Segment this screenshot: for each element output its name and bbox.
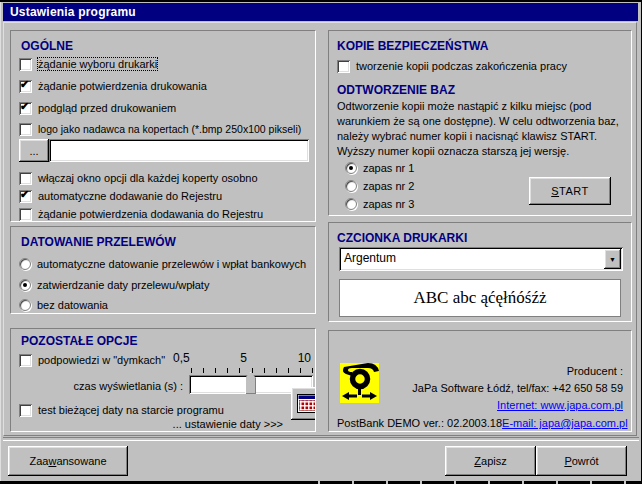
font-select[interactable]: Argentum ▼ <box>339 247 623 271</box>
group-dating: DATOWANIE PRZELEWÓW automatyczne datowan… <box>10 226 316 314</box>
checkbox-row-print-preview[interactable]: podgląd przed drukowaniem <box>19 101 176 115</box>
font-select-dropdown-button[interactable]: ▼ <box>604 249 621 269</box>
browse-button[interactable]: ... <box>19 139 49 162</box>
checkbox-row-envelope-logo[interactable]: logo jako nadawca na kopertach (*.bmp 25… <box>19 122 301 136</box>
radio-button[interactable] <box>19 299 31 311</box>
version-text: PostBank DEMO ver.: 02.2003.18 <box>337 417 502 429</box>
radio-row-no-dating[interactable]: bez datowania <box>19 298 108 312</box>
checkbox[interactable] <box>19 404 32 417</box>
checkbox-row-print-confirm[interactable]: żądanie potwierdzenia drukowania <box>19 79 207 93</box>
save-button-mnemonic: Z <box>474 455 481 467</box>
group-font-heading: CZCIONKA DRUKARKI <box>337 231 467 245</box>
checkbox-label[interactable]: podgląd przed drukowaniem <box>38 102 176 114</box>
calendar-icon <box>297 394 317 413</box>
checkbox-label[interactable]: żądanie potwierdzenia dodawania do Rejes… <box>38 208 263 220</box>
email-link[interactable]: E-mail: japa@japa.com.pl <box>502 417 628 429</box>
radio-label[interactable]: zapas nr 1 <box>363 162 414 174</box>
checkbox-label[interactable]: włączaj okno opcji dla każdej koperty os… <box>38 172 258 184</box>
checkbox-label[interactable]: tworzenie kopii podczas zakończenia prac… <box>356 60 567 72</box>
chevron-down-icon: ▼ <box>609 256 616 263</box>
advanced-button[interactable]: Zaawansowane <box>8 446 128 476</box>
group-misc-heading: POZOSTAŁE OPCJE <box>21 334 137 348</box>
checkbox[interactable] <box>19 190 32 203</box>
version-line: PostBank DEMO ver.: 02.2003.18 E-mail: j… <box>337 417 623 429</box>
advanced-button-label-rest: ansowane <box>56 455 106 467</box>
checkbox-label[interactable]: żądanie potwierdzenia drukowania <box>38 80 207 92</box>
checkbox-label[interactable]: test bieżącej daty na starcie programu <box>38 404 224 416</box>
checkbox[interactable] <box>337 60 350 73</box>
checkbox-row-register-confirm[interactable]: żądanie potwierdzenia dodawania do Rejes… <box>19 207 263 221</box>
checkbox-label[interactable]: automatyczne dodawanie do Rejestru <box>38 190 222 202</box>
slider-ticks <box>191 368 313 373</box>
radio-label[interactable]: zapas nr 3 <box>363 198 414 210</box>
radio-button[interactable] <box>19 258 31 270</box>
producer-label: Producent : <box>567 365 623 377</box>
checkbox[interactable] <box>19 80 32 93</box>
checkbox[interactable] <box>19 58 32 71</box>
radio-row-backup-1[interactable]: zapas nr 1 <box>345 161 414 175</box>
internet-link[interactable]: Internet: www.japa.com.pl <box>497 399 623 411</box>
internet-link-line: Internet: www.japa.com.pl <box>497 399 623 411</box>
radio-button[interactable] <box>345 180 357 192</box>
checkbox-row-date-test[interactable]: test bieżącej daty na starcie programu <box>19 403 224 417</box>
group-backup-heading: KOPIE BEZPIECZEŃSTWA <box>337 39 488 53</box>
logo-path-input[interactable] <box>49 139 309 162</box>
group-general: OGÓLNE żądanie wyboru drukarki żądanie p… <box>10 30 316 222</box>
group-dating-heading: DATOWANIE PRZELEWÓW <box>21 235 176 249</box>
settings-window: Ustawienia programu OGÓLNE żądanie wybor… <box>0 0 642 484</box>
font-select-value: Argentum <box>344 251 396 265</box>
restore-heading: ODTWORZENIE BAZ <box>337 83 455 97</box>
duration-label: czas wyświetlania (s) : <box>51 380 183 392</box>
scale-max-label: 10 <box>298 351 311 365</box>
radio-button[interactable] <box>19 279 31 291</box>
back-button[interactable]: Powrót <box>536 446 627 476</box>
scale-min-label: 0,5 <box>173 351 190 365</box>
radio-label[interactable]: zatwierdzanie daty przelewu/wpłaty <box>37 279 209 291</box>
save-button[interactable]: Zapisz <box>445 446 536 476</box>
start-button-mnemonic: S <box>551 185 559 197</box>
group-about: Producent : JaPa Software Łódź, tel/fax:… <box>328 330 632 432</box>
checkbox[interactable] <box>19 172 32 185</box>
back-button-mnemonic: P <box>564 455 571 467</box>
company-line: JaPa Software Łódź, tel/fax: +42 650 58 … <box>412 382 623 394</box>
checkbox[interactable] <box>19 208 32 221</box>
start-button[interactable]: START <box>529 177 611 205</box>
checkbox[interactable] <box>19 102 32 115</box>
checkbox-label[interactable]: logo jako nadawca na kopertach (*.bmp 25… <box>38 123 301 135</box>
slider-thumb[interactable] <box>245 372 256 394</box>
checkbox-row-envelope-options[interactable]: włączaj okno opcji dla każdej koperty os… <box>19 171 258 185</box>
radio-row-confirm-date[interactable]: zatwierdzanie daty przelewu/wpłaty <box>19 278 209 292</box>
set-date-button[interactable] <box>291 387 316 420</box>
radio-button[interactable] <box>345 198 357 210</box>
radio-row-backup-3[interactable]: zapas nr 3 <box>345 197 414 211</box>
checkbox-row-backup-on-exit[interactable]: tworzenie kopii podczas zakończenia prac… <box>337 59 567 73</box>
window-top-edge <box>0 0 642 2</box>
group-misc: POZOSTAŁE OPCJE podpowiedzi w "dymkach" … <box>10 328 316 432</box>
checkbox[interactable] <box>19 354 32 367</box>
advanced-button-label: Zaa <box>29 455 48 467</box>
checkbox-label[interactable]: żądanie wyboru drukarki <box>38 58 157 70</box>
radio-label[interactable]: automatyczne datowanie przelewów i wpłat… <box>37 258 306 270</box>
radio-row-auto-dating[interactable]: automatyczne datowanie przelewów i wpłat… <box>19 257 306 271</box>
checkbox[interactable] <box>19 123 32 136</box>
restore-info-text: Odtworzenie kopii może nastąpić z kilku … <box>337 99 627 159</box>
font-preview-text: ABC abc ąćęłńóśźż <box>413 288 546 308</box>
radio-button[interactable] <box>345 162 357 174</box>
checkbox-row-tooltips[interactable]: podpowiedzi w "dymkach" <box>19 353 165 367</box>
set-date-label: ... ustawienie daty >>> <box>111 418 283 430</box>
checkbox-label[interactable]: podpowiedzi w "dymkach" <box>38 354 165 366</box>
posthorn-icon <box>340 393 379 405</box>
radio-row-backup-2[interactable]: zapas nr 2 <box>345 179 414 193</box>
window-title: Ustawienia programu <box>10 5 136 19</box>
checkbox-row-printer-choice[interactable]: żądanie wyboru drukarki <box>19 57 157 71</box>
postbank-logo <box>340 363 379 403</box>
scale-mid-label: 5 <box>240 351 247 365</box>
save-button-label: apisz <box>481 455 507 467</box>
radio-label[interactable]: zapas nr 2 <box>363 180 414 192</box>
checkbox-row-auto-register[interactable]: automatyczne dodawanie do Rejestru <box>19 189 222 203</box>
back-button-label: owrót <box>572 455 599 467</box>
radio-label[interactable]: bez datowania <box>37 299 108 311</box>
title-bar[interactable]: Ustawienia programu <box>3 3 638 21</box>
group-printer-font: CZCIONKA DRUKARKI Argentum ▼ ABC abc ąćę… <box>328 222 632 322</box>
group-backup: KOPIE BEZPIECZEŃSTWA tworzenie kopii pod… <box>328 30 632 216</box>
